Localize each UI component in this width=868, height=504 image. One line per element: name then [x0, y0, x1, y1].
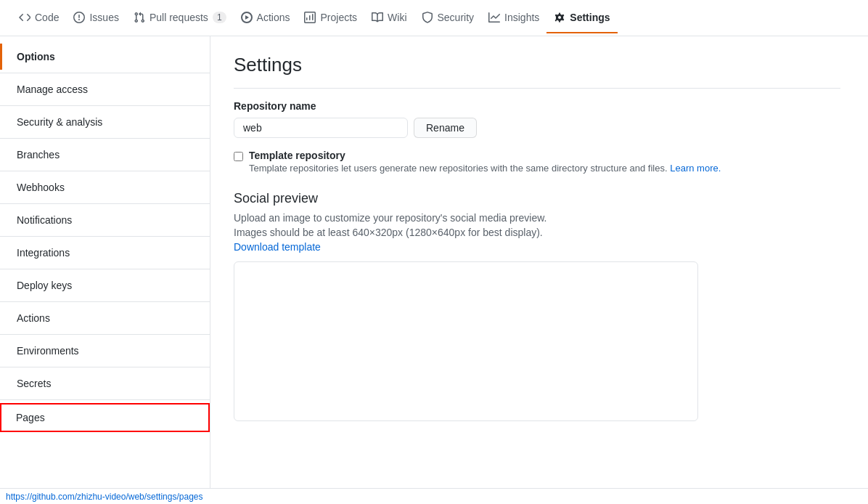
tab-actions-label: Actions — [257, 12, 290, 23]
sidebar-item-notifications[interactable]: Notifications — [0, 207, 210, 233]
sidebar-item-manage-access[interactable]: Manage access — [0, 76, 210, 102]
projects-icon — [304, 12, 316, 23]
tab-insights[interactable]: Insights — [481, 3, 546, 33]
issues-icon — [73, 12, 85, 23]
sidebar-divider-1 — [0, 73, 210, 73]
repo-name-label: Repository name — [234, 100, 840, 112]
sidebar-divider-3 — [0, 138, 210, 139]
social-preview-heading: Social preview — [234, 191, 840, 206]
tab-actions[interactable]: Actions — [234, 3, 298, 33]
sidebar-divider-4 — [0, 171, 210, 171]
tab-projects[interactable]: Projects — [297, 3, 364, 33]
social-preview-desc: Upload an image to customize your reposi… — [234, 212, 840, 224]
wiki-icon — [372, 12, 383, 23]
sidebar-divider-8 — [0, 301, 210, 302]
template-repo-text: Template repository Template repositorie… — [249, 150, 721, 174]
sidebar-divider-2 — [0, 105, 210, 106]
actions-icon — [241, 12, 253, 23]
tab-issues[interactable]: Issues — [66, 3, 126, 33]
social-preview-box — [234, 261, 698, 421]
sidebar-item-environments[interactable]: Environments — [0, 338, 210, 364]
sidebar-divider-6 — [0, 236, 210, 237]
main-content: Settings Repository name Rename Template… — [210, 36, 864, 504]
status-url: https://github.com/zhizhu-video/web/sett… — [6, 492, 203, 502]
pr-count-badge: 1 — [213, 12, 226, 23]
sidebar-item-actions[interactable]: Actions — [0, 305, 210, 331]
social-preview-section: Social preview Upload an image to custom… — [234, 191, 840, 421]
tab-issues-label: Issues — [89, 12, 118, 23]
sidebar-item-secrets[interactable]: Secrets — [0, 370, 210, 397]
status-bar: https://github.com/zhizhu-video/web/sett… — [0, 488, 868, 504]
template-repo-desc: Template repositories let users generate… — [249, 163, 721, 174]
social-size-note: Images should be at least 640×320px (128… — [234, 227, 840, 238]
insights-icon — [488, 12, 500, 23]
sidebar-item-options[interactable]: Options — [0, 44, 210, 70]
top-nav: Code Issues Pull requests 1 Actions Proj… — [0, 0, 868, 36]
sidebar-divider-5 — [0, 203, 210, 204]
sidebar-divider-7 — [0, 269, 210, 269]
tab-projects-label: Projects — [320, 12, 357, 23]
sidebar-item-security-analysis[interactable]: Security & analysis — [0, 109, 210, 135]
sidebar-item-deploy-keys[interactable]: Deploy keys — [0, 272, 210, 298]
gear-icon — [554, 12, 565, 23]
sidebar-item-pages[interactable]: Pages — [0, 403, 210, 432]
download-template-link[interactable]: Download template — [234, 241, 321, 253]
repo-name-row: Rename — [234, 118, 840, 138]
sidebar-divider-10 — [0, 367, 210, 367]
code-icon — [19, 12, 30, 23]
sidebar-item-integrations[interactable]: Integrations — [0, 240, 210, 266]
learn-more-link[interactable]: Learn more. — [670, 163, 721, 174]
page-title: Settings — [234, 54, 840, 89]
tab-code-label: Code — [35, 12, 59, 23]
template-checkbox[interactable] — [234, 152, 243, 161]
tab-insights-label: Insights — [504, 12, 539, 23]
tab-security[interactable]: Security — [414, 3, 482, 33]
sidebar: Options Manage access Security & analysi… — [0, 36, 210, 504]
sidebar-divider-9 — [0, 334, 210, 335]
rename-button[interactable]: Rename — [414, 118, 477, 138]
tab-settings-label: Settings — [570, 12, 610, 23]
page-layout: Options Manage access Security & analysi… — [0, 36, 868, 504]
tab-code[interactable]: Code — [12, 3, 66, 33]
template-repo-label: Template repository — [249, 150, 721, 161]
sidebar-divider-11 — [0, 399, 210, 400]
tab-pull-requests[interactable]: Pull requests 1 — [126, 3, 234, 33]
sidebar-item-branches[interactable]: Branches — [0, 142, 210, 168]
tab-pull-requests-label: Pull requests — [150, 12, 208, 23]
tab-security-label: Security — [438, 12, 475, 23]
pull-request-icon — [134, 12, 145, 23]
sidebar-item-webhooks[interactable]: Webhooks — [0, 174, 210, 200]
repo-name-input[interactable] — [234, 118, 408, 138]
tab-wiki-label: Wiki — [388, 12, 406, 23]
tab-settings[interactable]: Settings — [546, 3, 617, 33]
template-repo-row: Template repository Template repositorie… — [234, 150, 840, 174]
tab-wiki[interactable]: Wiki — [364, 3, 414, 33]
shield-icon — [422, 12, 433, 23]
